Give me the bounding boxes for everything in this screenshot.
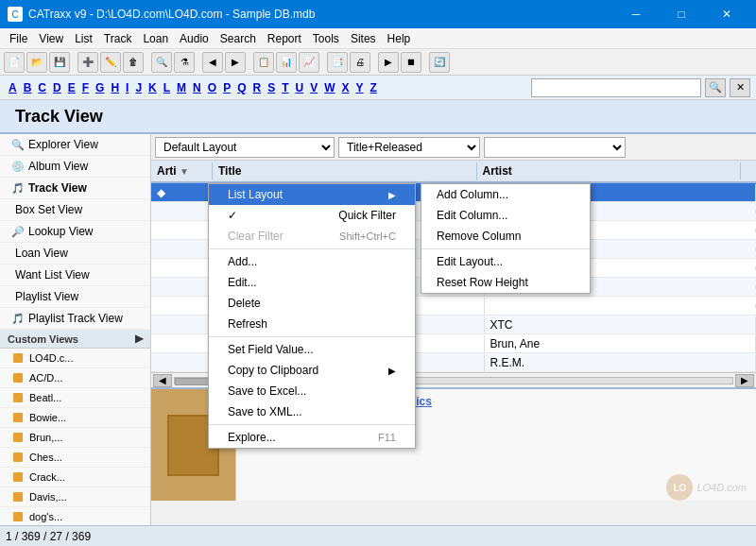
alpha-y[interactable]: Y bbox=[353, 79, 367, 96]
menu-help[interactable]: Help bbox=[382, 30, 417, 47]
tb-forward[interactable]: ▶ bbox=[225, 52, 246, 73]
ctx-save-xml[interactable]: Save to XML... bbox=[209, 401, 415, 422]
alpha-n[interactable]: N bbox=[190, 79, 204, 96]
ctx-save-excel[interactable]: Save to Excel... bbox=[209, 381, 415, 401]
ctx-quick-filter[interactable]: ✓ Quick Filter bbox=[209, 205, 415, 226]
alpha-i[interactable]: I bbox=[123, 79, 131, 96]
alpha-z[interactable]: Z bbox=[368, 79, 380, 96]
sidebar-sub-crack[interactable]: Crack... bbox=[0, 468, 150, 487]
tb-search[interactable]: 🔍 bbox=[151, 52, 172, 73]
ctx-delete[interactable]: Delete bbox=[209, 293, 415, 314]
sub-add-column[interactable]: Add Column... bbox=[421, 184, 590, 205]
scroll-right-btn[interactable]: ▶ bbox=[735, 374, 754, 387]
sidebar-sub-dog[interactable]: dog's... bbox=[0, 507, 150, 525]
alpha-m[interactable]: M bbox=[174, 79, 189, 96]
alpha-h[interactable]: H bbox=[108, 79, 122, 96]
alpha-b[interactable]: B bbox=[21, 79, 35, 96]
alpha-k[interactable]: K bbox=[146, 79, 160, 96]
menu-tools[interactable]: Tools bbox=[307, 30, 345, 47]
ctx-edit[interactable]: Edit... bbox=[209, 272, 415, 293]
ctx-set-field[interactable]: Set Field Value... bbox=[209, 339, 415, 360]
tb-excel[interactable]: 📑 bbox=[327, 52, 348, 73]
tb-print[interactable]: 🖨 bbox=[350, 52, 370, 73]
alpha-a[interactable]: A bbox=[6, 79, 20, 96]
tb-add[interactable]: ➕ bbox=[77, 52, 98, 73]
alpha-clear-button[interactable]: ✕ bbox=[730, 78, 750, 97]
scroll-left-btn[interactable]: ◀ bbox=[153, 374, 172, 387]
menu-file[interactable]: File bbox=[4, 30, 33, 47]
sidebar-item-lookup[interactable]: 🔎 Lookup View bbox=[0, 221, 150, 243]
sidebar-sub-lo4d[interactable]: LO4D.c... bbox=[0, 349, 150, 368]
sidebar-sub-davis[interactable]: Davis,... bbox=[0, 487, 150, 507]
ctx-refresh[interactable]: Refresh bbox=[209, 314, 415, 334]
tb-view3[interactable]: 📈 bbox=[299, 52, 319, 73]
ctx-explore[interactable]: Explore... F11 bbox=[209, 427, 415, 448]
tb-view2[interactable]: 📊 bbox=[276, 52, 297, 73]
sidebar-item-track[interactable]: 🎵 Track View bbox=[0, 178, 150, 199]
sidebar-sub-brun[interactable]: Brun,... bbox=[0, 428, 150, 448]
maximize-button[interactable]: □ bbox=[660, 0, 703, 28]
tb-refresh[interactable]: 🔄 bbox=[429, 52, 450, 73]
custom-views-section[interactable]: Custom Views ▶ bbox=[0, 330, 150, 349]
menu-sites[interactable]: Sites bbox=[345, 30, 382, 47]
sidebar-item-explorer[interactable]: 🔍 Explorer View bbox=[0, 134, 150, 156]
ctx-list-layout[interactable]: List Layout ▶ bbox=[209, 184, 415, 205]
alpha-r[interactable]: R bbox=[249, 79, 264, 96]
tb-delete[interactable]: 🗑 bbox=[123, 52, 144, 73]
menu-search[interactable]: Search bbox=[215, 30, 262, 47]
col-header-artist[interactable]: Artist bbox=[477, 162, 742, 179]
close-button[interactable]: ✕ bbox=[705, 0, 748, 28]
alpha-d[interactable]: D bbox=[50, 79, 64, 96]
sidebar-sub-beatles[interactable]: Beatl... bbox=[0, 388, 150, 408]
menu-list[interactable]: List bbox=[69, 30, 98, 47]
menu-track[interactable]: Track bbox=[98, 30, 138, 47]
alpha-s[interactable]: S bbox=[265, 79, 278, 96]
menu-report[interactable]: Report bbox=[262, 30, 307, 47]
tb-play[interactable]: ▶ bbox=[378, 52, 399, 73]
minimize-button[interactable]: ─ bbox=[614, 0, 658, 28]
sidebar-item-album[interactable]: 💿 Album View bbox=[0, 156, 150, 178]
sub-remove-column[interactable]: Remove Column bbox=[421, 226, 590, 247]
sidebar-sub-bowie[interactable]: Bowie... bbox=[0, 408, 150, 428]
sidebar-item-boxset[interactable]: Box Set View bbox=[0, 199, 150, 221]
menu-audio[interactable]: Audio bbox=[174, 30, 215, 47]
alpha-q[interactable]: Q bbox=[234, 79, 249, 96]
sidebar-sub-acd[interactable]: AC/D... bbox=[0, 368, 150, 388]
tb-new[interactable]: 📄 bbox=[4, 52, 25, 73]
tb-filter[interactable]: ⚗ bbox=[174, 52, 195, 73]
menu-loan[interactable]: Loan bbox=[137, 30, 174, 47]
tb-back[interactable]: ◀ bbox=[202, 52, 223, 73]
sub-edit-column[interactable]: Edit Column... bbox=[421, 205, 590, 226]
sidebar-item-playlist-track[interactable]: 🎵 Playlist Track View bbox=[0, 308, 150, 330]
alpha-p[interactable]: P bbox=[220, 79, 233, 96]
tb-open[interactable]: 📂 bbox=[26, 52, 47, 73]
filter-select-2[interactable] bbox=[484, 137, 626, 158]
alpha-g[interactable]: G bbox=[93, 79, 107, 96]
alpha-t[interactable]: T bbox=[279, 79, 291, 96]
sidebar-sub-ches[interactable]: Ches... bbox=[0, 448, 150, 468]
sub-edit-layout[interactable]: Edit Layout... bbox=[421, 251, 590, 272]
menu-view[interactable]: View bbox=[33, 30, 69, 47]
ctx-add[interactable]: Add... bbox=[209, 251, 415, 272]
tb-view1[interactable]: 📋 bbox=[253, 52, 274, 73]
alpha-u[interactable]: U bbox=[293, 79, 307, 96]
tb-save[interactable]: 💾 bbox=[49, 52, 70, 73]
alpha-o[interactable]: O bbox=[205, 79, 219, 96]
sub-reset-row-height[interactable]: Reset Row Height bbox=[421, 272, 590, 293]
filter-select-1[interactable]: Title+Released bbox=[338, 137, 480, 158]
ctx-copy-clipboard[interactable]: Copy to Clipboard ▶ bbox=[209, 360, 415, 381]
alpha-x[interactable]: X bbox=[339, 79, 352, 96]
alpha-search-button[interactable]: 🔍 bbox=[705, 78, 726, 97]
tb-stop[interactable]: ⏹ bbox=[401, 52, 421, 73]
tb-edit[interactable]: ✏️ bbox=[100, 52, 121, 73]
alpha-f[interactable]: F bbox=[79, 79, 92, 96]
col-header-arti[interactable]: Arti ▼ bbox=[151, 162, 213, 179]
alpha-l[interactable]: L bbox=[161, 79, 173, 96]
alpha-w[interactable]: W bbox=[321, 79, 337, 96]
sidebar-item-playlist[interactable]: Playlist View bbox=[0, 286, 150, 308]
sidebar-item-loan[interactable]: Loan View bbox=[0, 243, 150, 264]
col-header-title[interactable]: Title bbox=[213, 162, 477, 179]
alpha-v[interactable]: V bbox=[307, 79, 320, 96]
sidebar-item-wantlist[interactable]: Want List View bbox=[0, 264, 150, 286]
alpha-c[interactable]: C bbox=[35, 79, 49, 96]
